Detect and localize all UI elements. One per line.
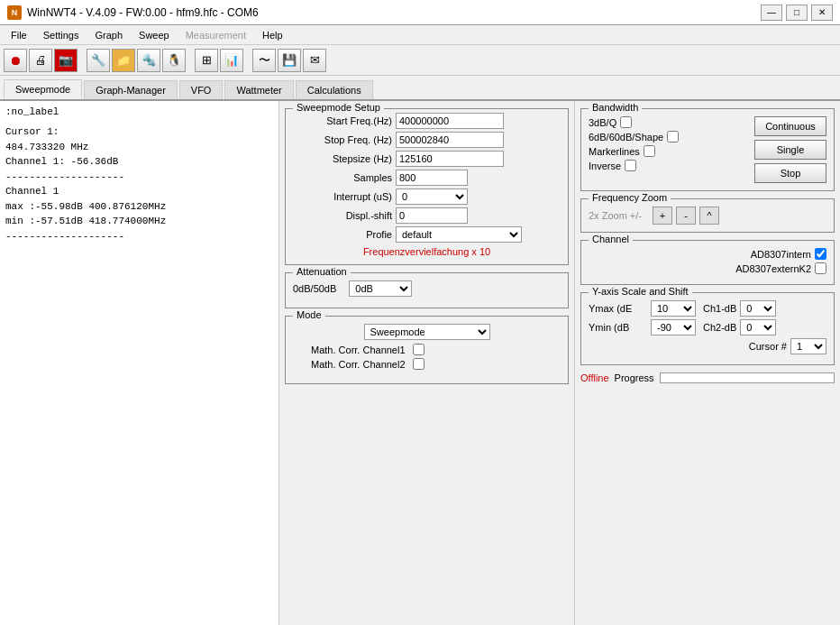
ymax-select[interactable]: 10 20 0 [651, 300, 696, 317]
math-corr-ch1-row: Math. Corr. Channel1 [311, 344, 543, 355]
channel-2-row: AD8307externK2 [589, 262, 826, 274]
zoom-minus-button[interactable]: - [676, 207, 696, 225]
power-button[interactable]: ⏺ [4, 49, 27, 72]
bw-markerlines-row: Markerlines [589, 145, 747, 157]
close-button[interactable]: ✕ [811, 5, 833, 21]
attenuation-legend: Attenuation [293, 266, 351, 277]
menu-file[interactable]: File [4, 28, 34, 42]
stop-freq-label: Stop Freq. (Hz) [293, 134, 392, 145]
tab-vfo[interactable]: VFO [179, 80, 224, 99]
bw-inverse-checkbox[interactable] [625, 160, 636, 171]
maximize-button[interactable]: □ [786, 5, 808, 21]
bw-3db-checkbox[interactable] [620, 116, 632, 128]
menu-graph[interactable]: Graph [87, 28, 130, 42]
menu-measurement: Measurement [178, 28, 253, 42]
progress-label: Progress [615, 372, 654, 383]
math-corr-ch2-checkbox[interactable] [413, 358, 425, 370]
bandwidth-legend: Bandwidth [589, 102, 642, 113]
stop-freq-input[interactable] [396, 132, 504, 148]
ch1db-label: Ch1-dB [703, 303, 736, 314]
bw-6db-label: 6dB/60dB/Shape [589, 132, 663, 142]
grid-button[interactable]: ⊞ [195, 49, 218, 72]
menu-sweep[interactable]: Sweep [132, 28, 177, 42]
stepsize-input[interactable] [396, 151, 504, 167]
status-row: Offline Progress [580, 372, 835, 383]
mode-legend: Mode [293, 309, 325, 320]
attenuation-group: Attenuation 0dB/50dB 0dB 50dB [285, 272, 569, 308]
ymax-label: Ymax (dE [589, 303, 647, 314]
cursor-info: Cursor 1: 484.733320 MHz Channel 1: -56.… [5, 124, 273, 244]
channel-legend: Channel [589, 234, 633, 244]
stepsize-label: Stepsize (Hz) [293, 153, 392, 164]
ymin-label: Ymin (dB [589, 322, 647, 333]
displ-shift-input[interactable] [396, 207, 468, 224]
zoom-label: 2x Zoom +/- [589, 210, 642, 221]
offline-label: Offline [580, 372, 609, 383]
right-panel: Bandwidth 3dB/Q 6dB/60dB/Shape Markerlin… [574, 101, 840, 625]
mail-button[interactable]: ✉ [303, 49, 326, 72]
main-content: :no_label Cursor 1: 484.733320 MHz Chann… [0, 101, 840, 625]
interrupt-label: Interrupt (uS) [293, 191, 392, 202]
tab-wattmeter[interactable]: Wattmeter [224, 80, 293, 99]
cursor-select[interactable]: 1 2 [790, 338, 826, 354]
bw-markerlines-checkbox[interactable] [644, 145, 655, 157]
tab-calculations[interactable]: Calculations [296, 80, 373, 99]
single-button[interactable]: Single [754, 140, 826, 160]
mode-select-row: Sweepmode [311, 324, 543, 340]
samples-label: Samples [293, 172, 392, 183]
app-icon: N [7, 5, 22, 20]
tab-graph-manager[interactable]: Graph-Manager [84, 80, 178, 99]
title-buttons: — □ ✕ [761, 5, 833, 21]
bw-6db-checkbox[interactable] [667, 131, 679, 142]
bw-3db-label: 3dB/Q [589, 117, 616, 128]
interrupt-select[interactable]: 0 [396, 188, 468, 205]
menu-bar: File Settings Graph Sweep Measurement He… [0, 25, 840, 45]
save-button[interactable]: 💾 [278, 49, 301, 72]
title-bar: N WinNWT4 - V.4.09 - FW:0.00 - hfm9.hfc … [0, 0, 840, 25]
math-corr-ch1-label: Math. Corr. Channel1 [311, 345, 406, 355]
yaxis-legend: Y-axis Scale and Shift [589, 286, 692, 297]
math-corr-ch1-checkbox[interactable] [413, 344, 425, 355]
bw-3db-row: 3dB/Q [589, 116, 747, 128]
ch1db-select[interactable]: 0 [740, 300, 776, 317]
linux-button[interactable]: 🐧 [162, 49, 186, 72]
continuous-button[interactable]: Continuous [754, 116, 826, 136]
start-freq-input[interactable] [396, 113, 504, 129]
menu-settings[interactable]: Settings [36, 28, 87, 42]
zoom-up-button[interactable]: ^ [699, 207, 719, 225]
menu-help[interactable]: Help [255, 28, 290, 42]
camera-button[interactable]: 📷 [54, 49, 78, 72]
bandwidth-buttons: Continuous Single Stop [754, 116, 826, 183]
channel-1-row: AD8307intern [589, 244, 826, 260]
wave-button[interactable]: 〜 [252, 49, 276, 72]
zoom-plus-button[interactable]: + [653, 207, 672, 225]
sweepmode-legend: Sweepmode Setup [293, 102, 384, 113]
start-freq-label: Start Freq.(Hz) [293, 115, 392, 126]
bw-markerlines-label: Markerlines [589, 146, 640, 157]
ch2-checkbox[interactable] [815, 262, 826, 274]
stop-button[interactable]: Stop [754, 163, 826, 183]
freq-multiplier: Frequenzvervielfachung x 10 [293, 246, 561, 257]
folder-button[interactable]: 📁 [112, 49, 135, 72]
ymin-select[interactable]: -90 -80 -100 [651, 319, 696, 335]
toolbar: ⏺ 🖨 📷 🔧 📁 🔩 🐧 ⊞ 📊 〜 💾 ✉ [0, 45, 840, 76]
mode-select[interactable]: Sweepmode [364, 324, 490, 340]
freq-zoom-legend: Frequency Zoom [589, 192, 671, 203]
tools-button[interactable]: 🔧 [87, 49, 110, 72]
chart-button[interactable]: 📊 [220, 49, 243, 72]
progress-bar [660, 372, 835, 383]
ch2db-select[interactable]: 0 [740, 319, 776, 335]
ch1-checkbox[interactable] [815, 248, 826, 260]
bandwidth-options: 3dB/Q 6dB/60dB/Shape Markerlines Inverse [589, 116, 747, 183]
tab-sweepmode[interactable]: Sweepmode [4, 79, 82, 99]
print-button[interactable]: 🖨 [29, 49, 52, 72]
ch2-label: AD8307externK2 [735, 263, 811, 274]
ch2db-label: Ch2-dB [703, 322, 736, 333]
minimize-button[interactable]: — [761, 5, 782, 21]
bandwidth-group: Bandwidth 3dB/Q 6dB/60dB/Shape Markerlin… [580, 108, 835, 191]
samples-input[interactable] [396, 170, 468, 186]
attenuation-select[interactable]: 0dB 50dB [349, 280, 412, 297]
wrench-button[interactable]: 🔩 [137, 49, 160, 72]
yaxis-group: Y-axis Scale and Shift Ymax (dE 10 20 0 … [580, 292, 835, 365]
profie-select[interactable]: default [396, 226, 522, 243]
